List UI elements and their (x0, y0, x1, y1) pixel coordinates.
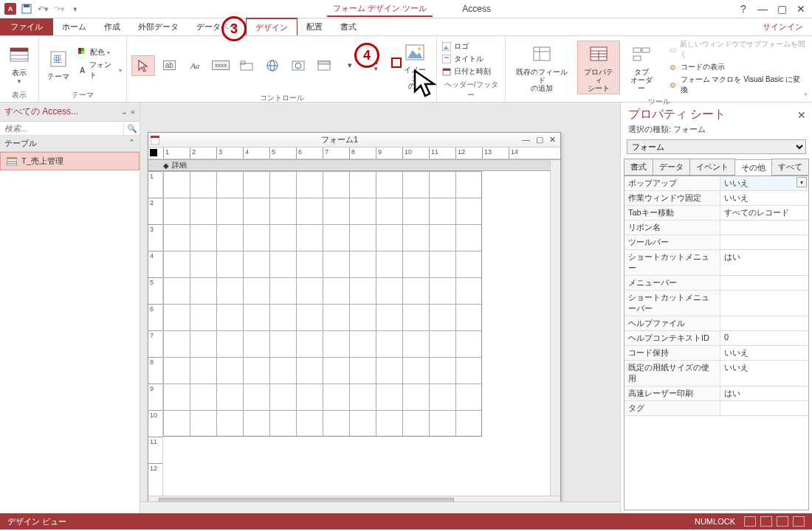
object-selector-combo[interactable]: フォーム (627, 139, 806, 154)
property-value[interactable]: いいえ (720, 191, 808, 205)
nav-search-input[interactable] (0, 122, 123, 135)
form-minimize-icon[interactable]: — (522, 135, 530, 145)
property-row[interactable]: ポップアップいいえ▾ (625, 176, 808, 191)
logo-button[interactable]: ロゴ (441, 41, 491, 52)
restore-icon[interactable]: ▢ (777, 4, 787, 14)
property-value[interactable]: はい (720, 250, 808, 275)
control-more[interactable]: ▴▾ (364, 55, 388, 76)
nav-item-table[interactable]: T_売上管理 (0, 152, 140, 170)
property-value[interactable] (720, 221, 808, 235)
nav-shutter-icon[interactable]: « (131, 107, 135, 117)
form-window-titlebar[interactable]: フォーム1 — ▢ ✕ (148, 133, 560, 148)
property-value[interactable] (720, 401, 808, 415)
fonts-button[interactable]: Aフォント▾ (78, 60, 122, 80)
undo-icon[interactable]: ↶▾ (37, 3, 49, 15)
nav-group-tables[interactable]: テーブル ⌃ (0, 136, 140, 152)
property-row[interactable]: 高速レーザー印刷はい (625, 386, 808, 401)
horizontal-ruler[interactable]: 123 456 789 101112 1314 (148, 148, 560, 159)
control-web-browser[interactable] (286, 55, 310, 76)
control-hyperlink[interactable] (261, 55, 284, 76)
property-sheet-button[interactable]: プロパティ シート (577, 41, 620, 94)
property-value[interactable]: いいえ▾ (720, 176, 808, 190)
minimize-icon[interactable]: — (757, 4, 768, 14)
design-view-icon[interactable] (793, 516, 805, 527)
property-row[interactable]: コード保持いいえ (625, 346, 808, 361)
dropdown-icon[interactable]: ▾ (796, 177, 807, 187)
add-existing-fields-button[interactable]: 既存のフィールド の追加 (510, 41, 573, 94)
ps-tab-event[interactable]: イベント (689, 159, 735, 175)
tab-arrange[interactable]: 配置 (297, 18, 331, 35)
themes-button[interactable]: 亜 テーマ (44, 46, 73, 82)
help-icon[interactable]: ? (738, 4, 749, 14)
redo-icon[interactable]: ↷▾ (53, 3, 65, 15)
property-row[interactable]: ツールバー (625, 235, 808, 250)
ps-tab-format[interactable]: 書式 (624, 159, 653, 175)
subform-new-window-button[interactable]: ▭新しいウィンドウでサブフォームを開く (668, 39, 808, 60)
property-row[interactable]: 作業ウィンドウ固定いいえ (625, 191, 808, 206)
property-value[interactable]: 0 (720, 331, 808, 345)
property-row[interactable]: ショートカットメニューはい (625, 250, 808, 276)
form-close-icon[interactable]: ✕ (549, 135, 556, 145)
mdi-horizontal-scrollbar[interactable] (140, 502, 620, 513)
property-value[interactable] (720, 235, 808, 249)
detail-section-bar[interactable]: ◆ 詳細 (148, 159, 560, 171)
property-row[interactable]: 既定の用紙サイズの使用いいえ (625, 361, 808, 386)
control-tab[interactable] (235, 55, 258, 76)
view-code-button[interactable]: ⚙コードの表示 (668, 62, 808, 72)
property-value[interactable] (720, 291, 808, 316)
datasheet-view-icon[interactable] (760, 516, 772, 527)
tab-design[interactable]: デザイン (246, 18, 297, 35)
sign-in-link[interactable]: サインイン (754, 18, 812, 35)
ps-tab-all[interactable]: すべて (771, 159, 809, 175)
control-option-group[interactable]: ▾ (338, 55, 362, 76)
close-icon[interactable]: ✕ (796, 4, 806, 14)
qat-customize-icon[interactable]: ▾ (69, 3, 81, 15)
property-value[interactable]: いいえ (720, 361, 808, 386)
ps-tab-other[interactable]: その他 (734, 159, 772, 176)
property-row[interactable]: ヘルプファイル (625, 316, 808, 331)
nav-header[interactable]: すべての Access... ⌄« (0, 103, 140, 122)
property-value[interactable]: いいえ (720, 346, 808, 360)
layout-view-icon[interactable] (777, 516, 788, 527)
control-navigation[interactable] (312, 55, 336, 76)
tab-create[interactable]: 作成 (95, 18, 129, 35)
property-row[interactable]: ショートカットメニューバー (625, 291, 808, 316)
tab-order-button[interactable]: タブ オーダー (625, 41, 658, 94)
convert-macros-button[interactable]: ⚙フォーム マクロを Visual Basic に変換 (668, 74, 808, 95)
save-icon[interactable] (21, 3, 32, 15)
tab-format[interactable]: 書式 (331, 18, 365, 35)
control-select[interactable] (131, 55, 155, 76)
property-row[interactable]: タグ (625, 401, 808, 416)
search-icon[interactable]: 🔍 (123, 122, 140, 135)
property-value[interactable] (720, 316, 808, 330)
colors-button[interactable]: 配色▾ (78, 47, 122, 58)
view-button[interactable]: 表示 ▼ (4, 42, 34, 86)
collapse-ribbon-icon[interactable]: ˄ (804, 92, 808, 100)
control-textbox[interactable]: ab (157, 55, 181, 76)
form-maximize-icon[interactable]: ▢ (536, 135, 543, 145)
tab-database-tools[interactable]: データベー (187, 18, 246, 35)
control-label[interactable]: Aa (183, 55, 207, 76)
property-row[interactable]: リボン名 (625, 221, 808, 235)
insert-image-button[interactable]: イメージ の... (398, 39, 432, 91)
form-design-surface[interactable] (163, 171, 560, 496)
property-row[interactable]: Tabキー移動すべてのレコード (625, 206, 808, 221)
form-selector[interactable] (150, 149, 157, 156)
form-view-icon[interactable] (744, 516, 756, 527)
tab-home[interactable]: ホーム (53, 18, 95, 35)
tab-file[interactable]: ファイル (0, 18, 53, 35)
property-sheet-close-icon[interactable]: ✕ (797, 109, 806, 121)
property-value[interactable]: はい (720, 386, 808, 400)
title-button[interactable]: タイトル (441, 54, 491, 64)
vertical-ruler[interactable]: 123 456 789 101112 (148, 171, 163, 496)
form-vertical-scrollbar[interactable] (550, 160, 560, 496)
property-value[interactable]: すべてのレコード (720, 206, 808, 220)
control-button[interactable]: xxxx (209, 55, 233, 76)
nav-dropdown-icon[interactable]: ⌄ (121, 107, 128, 117)
tab-external-data[interactable]: 外部データ (129, 18, 187, 35)
property-row[interactable]: ヘルプコンテキストID0 (625, 331, 808, 346)
datetime-button[interactable]: 日付と時刻 (441, 66, 491, 77)
property-value[interactable] (720, 276, 808, 290)
property-row[interactable]: メニューバー (625, 276, 808, 291)
ps-tab-data[interactable]: データ (653, 159, 690, 175)
